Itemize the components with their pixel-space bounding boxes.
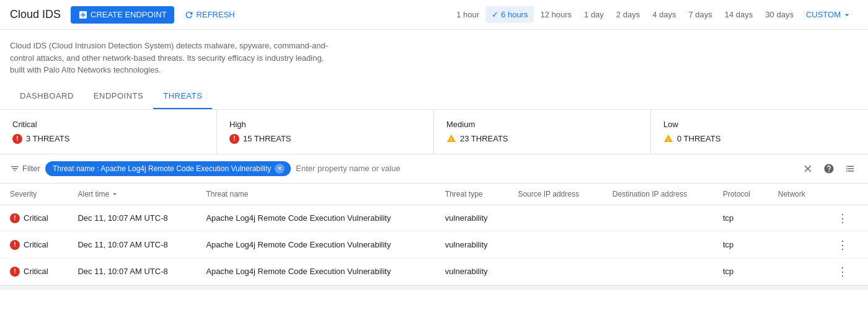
- cell-threat-name-1: Apache Log4j Remote Code Execution Vulne…: [196, 231, 435, 258]
- table-row: ! Critical Dec 11, 10:07 AM UTC-8 Apache…: [0, 231, 868, 258]
- critical-row-icon: !: [10, 267, 20, 277]
- cell-threat-name-0: Apache Log4j Remote Code Execution Vulne…: [196, 205, 435, 231]
- critical-row-icon: !: [10, 240, 20, 250]
- severity-label-medium: Medium: [446, 120, 638, 129]
- tab-endpoints[interactable]: ENDPOINTS: [84, 84, 153, 109]
- time-1day[interactable]: 1 day: [578, 6, 610, 23]
- filter-bar: Filter Threat name : Apache Log4j Remote…: [0, 154, 868, 184]
- col-threat-type: Threat type: [435, 184, 508, 205]
- cell-threat-type-0: vulnerability: [435, 205, 508, 231]
- critical-count: 3 THREATS: [26, 134, 69, 143]
- filter-chip: Threat name : Apache Log4j Remote Code E…: [45, 161, 291, 176]
- chip-text: Threat name : Apache Log4j Remote Code E…: [53, 164, 271, 173]
- cell-dest-ip-1: [603, 231, 713, 258]
- time-custom[interactable]: CUSTOM: [800, 6, 858, 24]
- col-network: Network: [768, 184, 823, 205]
- filter-icon: [10, 164, 20, 174]
- chevron-down-icon: [842, 10, 852, 20]
- svg-text:!: !: [668, 137, 670, 143]
- tab-threats[interactable]: THREATS: [153, 84, 212, 109]
- time-1hour[interactable]: 1 hour: [450, 6, 485, 23]
- row-more-button[interactable]: ⋮: [833, 211, 852, 225]
- filter-label: Filter: [10, 164, 40, 174]
- severity-count-low: ! 0 THREATS: [663, 134, 856, 143]
- severity-value: Critical: [24, 213, 48, 223]
- cell-protocol-0: tcp: [713, 205, 768, 231]
- cell-source-ip-0: [508, 205, 602, 231]
- warning-icon-low: !: [663, 134, 673, 143]
- header: Cloud IDS CREATE ENDPOINT REFRESH 1 hour…: [0, 0, 868, 30]
- tab-dashboard[interactable]: DASHBOARD: [10, 84, 84, 109]
- time-14days[interactable]: 14 days: [719, 6, 760, 23]
- sort-down-icon: [110, 190, 119, 198]
- col-dest-ip: Destination IP address: [603, 184, 713, 205]
- cell-threat-type-2: vulnerability: [435, 258, 508, 285]
- time-12hours[interactable]: 12 hours: [534, 6, 578, 23]
- cell-network-0: [768, 205, 823, 231]
- cell-threat-type-1: vulnerability: [435, 231, 508, 258]
- refresh-button[interactable]: REFRESH: [179, 6, 240, 24]
- horizontal-scrollbar[interactable]: [0, 285, 868, 290]
- cell-severity-0: ! Critical: [0, 205, 68, 231]
- cell-protocol-1: tcp: [713, 231, 768, 258]
- tabs: DASHBOARD ENDPOINTS THREATS: [0, 84, 868, 110]
- row-more-button[interactable]: ⋮: [833, 265, 852, 278]
- high-count: 15 THREATS: [243, 134, 291, 143]
- severity-cards: Critical ! 3 THREATS High ! 15 THREATS M…: [0, 110, 868, 154]
- severity-label-low: Low: [663, 120, 856, 129]
- columns-icon: [844, 163, 856, 174]
- svg-text:!: !: [451, 137, 453, 143]
- time-6hours[interactable]: ✓6 hours: [485, 6, 534, 23]
- time-range-selector: 1 hour ✓6 hours 12 hours 1 day 2 days 4 …: [450, 6, 858, 24]
- checkmark-icon: ✓: [492, 10, 498, 19]
- threats-table: Severity Alert time Threat name Threat t…: [0, 184, 868, 285]
- critical-icon: !: [12, 134, 22, 144]
- cell-severity-2: ! Critical: [0, 258, 68, 285]
- col-severity: Severity: [0, 184, 68, 205]
- time-2days[interactable]: 2 days: [610, 6, 646, 23]
- cell-source-ip-1: [508, 231, 602, 258]
- table-row: ! Critical Dec 11, 10:07 AM UTC-8 Apache…: [0, 205, 868, 231]
- cell-dest-ip-0: [603, 205, 713, 231]
- col-actions: [823, 184, 868, 205]
- col-protocol: Protocol: [713, 184, 768, 205]
- filter-input[interactable]: [296, 164, 795, 173]
- clear-filter-button[interactable]: [800, 161, 816, 177]
- cell-alert-time-2: Dec 11, 10:07 AM UTC-8: [68, 258, 196, 285]
- help-icon: [823, 163, 835, 174]
- cell-network-1: [768, 231, 823, 258]
- time-30days[interactable]: 30 days: [759, 6, 800, 23]
- cell-source-ip-2: [508, 258, 602, 285]
- cell-alert-time-0: Dec 11, 10:07 AM UTC-8: [68, 205, 196, 231]
- cell-threat-name-2: Apache Log4j Remote Code Execution Vulne…: [196, 258, 435, 285]
- cell-network-2: [768, 258, 823, 285]
- plus-icon: [78, 10, 88, 20]
- severity-count-medium: ! 23 THREATS: [446, 134, 638, 143]
- critical-row-icon: !: [10, 213, 20, 223]
- time-7days[interactable]: 7 days: [682, 6, 718, 23]
- refresh-icon: [184, 10, 194, 20]
- severity-value: Critical: [24, 267, 48, 276]
- severity-value: Critical: [24, 240, 48, 249]
- severity-count-high: ! 15 THREATS: [229, 134, 421, 144]
- cell-dest-ip-2: [603, 258, 713, 285]
- columns-button[interactable]: [842, 161, 858, 177]
- severity-card-high: High ! 15 THREATS: [217, 110, 434, 154]
- cell-more-1: ⋮: [823, 231, 868, 258]
- high-icon: !: [229, 134, 239, 144]
- cell-protocol-2: tcp: [713, 258, 768, 285]
- cell-more-2: ⋮: [823, 258, 868, 285]
- row-more-button[interactable]: ⋮: [833, 238, 852, 252]
- cell-more-0: ⋮: [823, 205, 868, 231]
- time-4days[interactable]: 4 days: [646, 6, 682, 23]
- col-alert-time[interactable]: Alert time: [68, 184, 196, 205]
- col-threat-name: Threat name: [196, 184, 435, 205]
- help-button[interactable]: [821, 161, 837, 177]
- page-description: Cloud IDS (Cloud Intrusion Detection Sys…: [0, 30, 347, 84]
- header-actions: CREATE ENDPOINT REFRESH: [71, 6, 240, 24]
- col-source-ip: Source IP address: [508, 184, 602, 205]
- severity-count-critical: ! 3 THREATS: [12, 134, 204, 144]
- chip-close-button[interactable]: ✕: [275, 164, 285, 174]
- create-endpoint-button[interactable]: CREATE ENDPOINT: [71, 6, 174, 24]
- warning-icon-medium: !: [446, 134, 456, 143]
